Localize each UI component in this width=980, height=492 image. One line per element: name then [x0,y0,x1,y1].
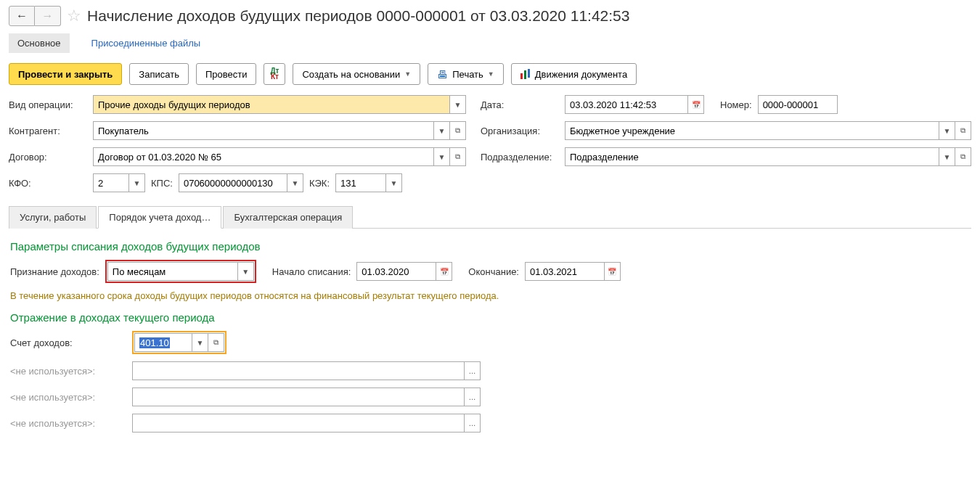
post-and-close-button[interactable]: Провести и закрыть [9,63,122,85]
dropdown-button[interactable]: ▼ [129,173,145,192]
more-button[interactable]: … [465,361,481,380]
kfo-input[interactable] [93,173,129,192]
dropdown-button[interactable]: ▼ [434,147,450,166]
contract-label: Договор: [9,152,87,163]
start-date-input[interactable] [356,262,436,281]
kek-label: КЭК: [309,178,330,189]
save-button[interactable]: Записать [129,63,189,85]
dropdown-button[interactable]: ▼ [386,173,402,192]
calendar-icon[interactable]: 📅 [436,262,452,281]
dropdown-button[interactable]: ▼ [434,121,450,140]
contract-input[interactable] [93,147,434,166]
end-date-label: Окончание: [468,266,519,277]
dropdown-button[interactable]: ▼ [450,95,466,114]
open-button[interactable]: ⧉ [955,121,971,140]
chevron-down-icon: ▼ [404,70,411,78]
income-account-label: Счет доходов: [10,337,126,348]
open-button[interactable]: ⧉ [955,147,971,166]
unused-input-2[interactable] [132,388,465,406]
kek-input[interactable] [335,173,386,192]
nav-tab-main[interactable]: Основное [9,33,70,53]
dropdown-button[interactable]: ▼ [939,147,955,166]
document-movements-button[interactable]: Движения документа [511,63,637,85]
org-label: Организация: [481,126,559,136]
contragent-label: Контрагент: [9,126,87,136]
dropdown-button[interactable]: ▼ [238,262,254,281]
income-account-input[interactable]: 401.10 [134,333,192,352]
dtkt-icon: ДтКт [270,68,279,80]
dept-label: Подразделение: [481,152,559,163]
dropdown-button[interactable]: ▼ [192,333,208,352]
calendar-icon[interactable]: 📅 [688,95,704,114]
printer-icon: 🖶 [437,68,448,81]
calendar-icon[interactable]: 📅 [605,262,621,281]
unused-input-3[interactable] [132,414,465,432]
start-date-label: Начало списания: [272,266,351,277]
kfo-label: КФО: [9,178,87,189]
more-button[interactable]: … [465,414,481,432]
open-button[interactable]: ⧉ [450,147,466,166]
page-title: Начисление доходов будущих периодов 0000… [87,7,629,25]
create-based-on-button[interactable]: Создать на основании ▼ [293,63,420,85]
print-button[interactable]: 🖶 Печать ▼ [428,63,504,85]
forward-button[interactable]: → [35,6,61,26]
tab-accounting-op[interactable]: Бухгалтерская операция [223,206,353,229]
op-type-label: Вид операции: [9,99,87,110]
report-icon [520,69,531,79]
tab-services[interactable]: Услуги, работы [9,206,97,229]
number-label: Номер: [720,99,752,110]
unused-label-1: <не используется>: [10,366,126,377]
dept-input[interactable] [565,147,939,166]
kps-input[interactable] [179,173,287,192]
contragent-input[interactable] [93,121,434,140]
tab-income-order[interactable]: Порядок учета доход… [98,206,221,229]
unused-label-2: <не используется>: [10,392,126,403]
unused-label-3: <не используется>: [10,418,126,429]
section-reflection-header: Отражение в доходах текущего периода [10,311,970,324]
dropdown-button[interactable]: ▼ [939,121,955,140]
number-input[interactable] [758,95,838,114]
favorite-star-icon[interactable]: ☆ [67,7,81,25]
date-input[interactable] [565,95,688,114]
dropdown-button[interactable]: ▼ [287,173,303,192]
chevron-down-icon: ▼ [488,70,494,78]
info-note: В течение указанного срока доходы будущи… [10,290,970,301]
section-params-header: Параметры списания доходов будущих перио… [10,240,970,253]
post-button[interactable]: Провести [196,63,257,85]
open-button[interactable]: ⧉ [450,121,466,140]
nav-tab-files[interactable]: Присоединенные файлы [83,33,210,53]
date-label: Дата: [481,99,559,110]
kps-label: КПС: [151,178,173,189]
op-type-input[interactable] [93,95,450,114]
recognition-input[interactable] [107,262,238,281]
open-button[interactable]: ⧉ [208,333,224,352]
recognition-label: Признание доходов: [10,266,99,277]
org-input[interactable] [565,121,939,140]
debit-credit-button[interactable]: ДтКт [264,63,285,85]
end-date-input[interactable] [525,262,605,281]
back-button[interactable]: ← [9,6,35,26]
unused-input-1[interactable] [132,361,465,380]
more-button[interactable]: … [465,388,481,406]
